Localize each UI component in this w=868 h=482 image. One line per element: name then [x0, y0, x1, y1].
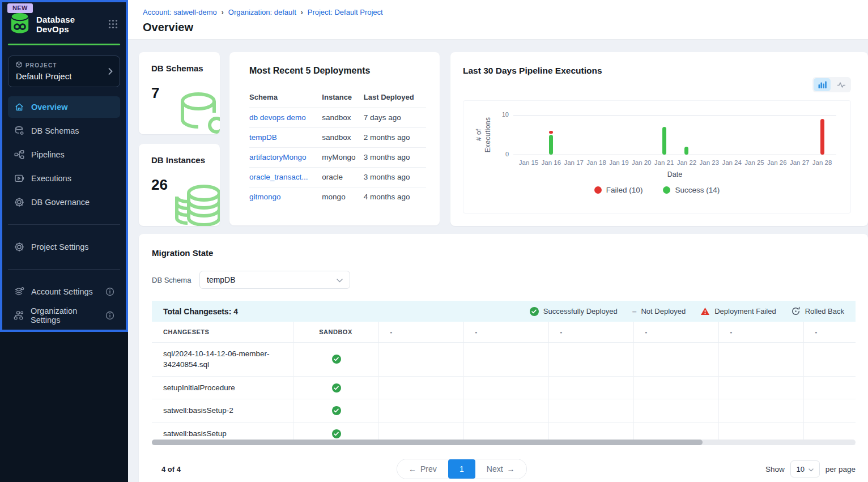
sidebar-item-label: Account Settings [31, 287, 93, 296]
empty-cell [718, 376, 803, 399]
x-axis-label: Date [513, 170, 836, 178]
deployment-instance-cell: myMongo [322, 148, 363, 168]
status-legend-label: Rolled Back [805, 307, 844, 315]
deployments-column-header: Instance [322, 88, 363, 108]
arrow-right-icon: → [507, 464, 515, 474]
migration-state-card: Migration State DB Schema tempDB Total C… [139, 234, 868, 482]
sidebar-item-db-schemas[interactable]: DB Schemas [8, 120, 120, 142]
chevron-right-icon [108, 68, 113, 75]
deployment-row: db devops demosandbox7 days ago [249, 108, 426, 128]
schema-link[interactable]: gitmongo [249, 193, 281, 201]
gear-icon [14, 242, 24, 252]
sidebar-nav: Overview DB Schemas [2, 96, 126, 213]
horizontal-scrollbar-thumb[interactable] [152, 440, 703, 445]
per-page-label: per page [826, 465, 856, 474]
status-legend-label: Deployment Failed [714, 307, 776, 315]
line-chart-toggle-button[interactable] [833, 78, 850, 91]
schema-link[interactable]: db devops demo [249, 113, 306, 122]
project-cube-icon [16, 61, 22, 69]
changesets-column-header: - [378, 322, 463, 342]
empty-cell [633, 399, 718, 423]
chart-type-toggle [812, 77, 851, 92]
info-icon[interactable] [105, 311, 114, 320]
horizontal-scrollbar-track[interactable] [152, 440, 856, 445]
project-selector[interactable]: PROJECT Default Project [8, 56, 120, 87]
deployment-last-deployed-cell: 2 months ago [364, 128, 426, 148]
changeset-name-cell: sql/2024-10-14-12-06-member-34240854.sql [152, 342, 293, 376]
deployments-column-header: Schema [249, 88, 322, 108]
sidebar-item-project-settings[interactable]: Project Settings [8, 236, 120, 258]
empty-cell [718, 399, 803, 423]
new-badge: NEW [7, 3, 33, 13]
status-legend-item: –Not Deployed [632, 307, 686, 316]
db-schema-select[interactable]: tempDB [199, 271, 350, 289]
content: DB Schemas 7 DB Instances 26 [128, 40, 868, 482]
schema-link[interactable]: tempDB [249, 133, 277, 142]
empty-cell [633, 376, 718, 399]
page-size-select[interactable]: 10 [790, 460, 820, 477]
deployment-last-deployed-cell: 3 months ago [364, 148, 426, 168]
next-page-button[interactable]: Next → [475, 459, 526, 479]
x-tick-label: Jan 18 [584, 159, 609, 166]
sidebar: NEW Database DevOps [0, 0, 128, 482]
sidebar-item-executions[interactable]: Executions [8, 168, 120, 189]
status-legend-item: Successfully Deployed [530, 307, 618, 316]
chart-legend-item: Failed (10) [594, 186, 643, 194]
sidebar-item-overview[interactable]: Overview [8, 96, 120, 118]
changeset-row: sql/2024-10-14-12-06-member-34240854.sql [152, 342, 856, 376]
empty-cell [718, 342, 803, 376]
sidebar-item-pipelines[interactable]: Pipelines [8, 144, 120, 165]
sidebar-item-label: Executions [31, 174, 71, 183]
pipeline-icon [14, 150, 24, 160]
apps-grid-icon[interactable] [108, 19, 118, 29]
deployments-table: SchemaInstanceLast Deployed db devops de… [249, 88, 426, 207]
database-icon [14, 126, 24, 136]
chart-legend: Failed (10)Success (14) [463, 186, 850, 194]
chevron-down-icon [809, 465, 814, 474]
empty-cell [463, 399, 548, 423]
prev-page-button[interactable]: ← Prev [397, 459, 448, 479]
deployment-schema-cell: db devops demo [249, 108, 322, 128]
empty-cell [548, 376, 633, 399]
changesets-column-header: - [548, 322, 633, 342]
sidebar-item-db-governance[interactable]: DB Governance [8, 191, 120, 213]
sidebar-item-account-settings[interactable]: Account Settings [8, 281, 120, 302]
sidebar-divider [8, 224, 120, 225]
db-schema-label: DB Schema [152, 276, 191, 284]
arrow-left-icon: ← [409, 464, 416, 474]
deployment-row: gitmongomongo4 months ago [249, 187, 426, 207]
bar-chart-toggle-button[interactable] [814, 78, 831, 91]
schema-link[interactable]: oracle_transact... [249, 173, 308, 181]
sidebar-item-label: Organization Settings [31, 306, 99, 325]
deployment-instance-cell: sandbox [322, 128, 363, 148]
empty-cell [633, 342, 718, 376]
success-check-icon [332, 355, 341, 363]
gridline-10 [513, 115, 836, 116]
db-schema-selected-value: tempDB [207, 275, 337, 284]
changesets-column-header: - [803, 322, 856, 342]
status-legend-item: Deployment Failed [700, 307, 776, 315]
rollback-icon [791, 306, 801, 316]
info-icon[interactable] [105, 287, 114, 296]
sidebar-item-organization-settings[interactable]: Organization Settings [8, 305, 120, 326]
deployment-schema-cell: tempDB [249, 128, 322, 148]
page-size-control: Show 10 per page [765, 460, 856, 477]
breadcrumb-separator: › [301, 8, 303, 16]
page-1-button[interactable]: 1 [448, 459, 475, 479]
changeset-sandbox-cell [293, 399, 378, 423]
breadcrumb-account-link[interactable]: Account: satwell-demo [143, 8, 217, 16]
breadcrumb-organization-link[interactable]: Organization: default [228, 8, 296, 16]
project-name: Default Project [16, 71, 103, 81]
success-check-icon [332, 406, 341, 415]
x-axis-line [513, 155, 836, 155]
topbar: Account: satwell-demo › Organization: de… [128, 0, 868, 40]
recent-deployments-card: Most Recent 5 Deployments SchemaInstance… [229, 52, 440, 225]
schema-link[interactable]: artifactoryMongo [249, 153, 307, 161]
deployments-title: Most Recent 5 Deployments [249, 66, 426, 76]
success-bar [662, 127, 666, 155]
chart-legend-item: Success (14) [663, 186, 720, 194]
breadcrumb-project-link[interactable]: Project: Default Project [308, 8, 383, 16]
empty-cell [548, 342, 633, 376]
deployments-column-header: Last Deployed [364, 88, 426, 108]
changesets-column-header: - [633, 322, 718, 342]
